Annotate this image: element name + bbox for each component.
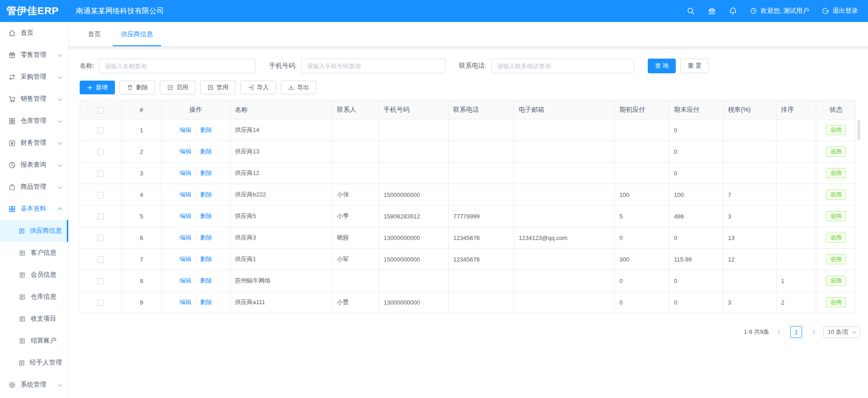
sidebar-item-label: 收支项目 bbox=[31, 315, 62, 323]
disable-button[interactable]: 禁用 bbox=[200, 81, 236, 94]
sidebar-item-member-info[interactable]: 会员信息 bbox=[0, 264, 68, 286]
sidebar-item-customer-info[interactable]: 客户信息 bbox=[0, 242, 68, 264]
cell-sort bbox=[776, 227, 816, 249]
search-icon[interactable] bbox=[687, 7, 695, 15]
delete-link[interactable]: 删除 bbox=[200, 126, 212, 133]
select-all-checkbox[interactable] bbox=[98, 107, 104, 114]
import-button[interactable]: 导入 bbox=[240, 81, 276, 94]
sidebar-item-label: 客户信息 bbox=[31, 249, 62, 257]
query-button[interactable]: 查 询 bbox=[648, 59, 676, 73]
clock-icon bbox=[750, 7, 757, 15]
action-divider bbox=[195, 278, 196, 284]
row-checkbox[interactable] bbox=[98, 235, 104, 241]
col-opening-payable: 期初应付 bbox=[615, 100, 669, 120]
name-input[interactable] bbox=[99, 59, 255, 73]
sidebar-item-finance[interactable]: 财务管理 bbox=[0, 132, 68, 154]
row-checkbox[interactable] bbox=[98, 256, 104, 263]
edit-link[interactable]: 编辑 bbox=[179, 277, 191, 284]
delete-link[interactable]: 删除 bbox=[200, 234, 212, 241]
row-checkbox[interactable] bbox=[98, 278, 104, 284]
reset-button[interactable]: 重 置 bbox=[680, 59, 709, 73]
delete-link[interactable]: 删除 bbox=[200, 191, 212, 198]
edit-link[interactable]: 编辑 bbox=[179, 148, 191, 155]
col-closing-payable: 期末应付 bbox=[669, 100, 723, 120]
action-divider bbox=[195, 192, 196, 198]
sidebar-item-warehouse[interactable]: 仓库管理 bbox=[0, 110, 68, 132]
col-index: # bbox=[122, 100, 162, 120]
chevron-down-icon bbox=[58, 184, 63, 189]
sidebar-item-handler-management[interactable]: 经手人管理 bbox=[0, 352, 68, 374]
edit-link[interactable]: 编辑 bbox=[179, 213, 191, 219]
current-page-button[interactable]: 1 bbox=[790, 326, 802, 338]
enable-button[interactable]: 启用 bbox=[160, 81, 195, 94]
cell-tel bbox=[449, 270, 514, 292]
prev-page-button[interactable] bbox=[776, 326, 784, 338]
row-checkbox[interactable] bbox=[98, 127, 104, 134]
cell-phone: 15000000000 bbox=[379, 184, 449, 206]
cell-phone bbox=[379, 120, 449, 141]
row-checkbox[interactable] bbox=[98, 149, 104, 155]
cell-index: 3 bbox=[122, 163, 162, 184]
sidebar-item-goods[interactable]: 商品管理 bbox=[0, 176, 68, 198]
tab-supplier-info[interactable]: 供应商信息 bbox=[111, 22, 163, 46]
row-checkbox[interactable] bbox=[98, 213, 104, 220]
delete-link[interactable]: 删除 bbox=[200, 277, 212, 284]
delete-link[interactable]: 删除 bbox=[200, 169, 212, 176]
action-divider bbox=[195, 235, 196, 241]
chevron-down-icon bbox=[58, 96, 63, 101]
table-row: 2 编辑删除 供应商13 0 启用 bbox=[80, 141, 856, 163]
cell-tax-rate: 7 bbox=[723, 184, 776, 206]
cell-tel bbox=[449, 120, 514, 141]
doc-icon bbox=[18, 228, 25, 234]
chevron-left-icon bbox=[777, 330, 782, 334]
sidebar-item-basic-data[interactable]: 基本资料 bbox=[0, 198, 68, 220]
row-checkbox[interactable] bbox=[98, 300, 104, 306]
edit-link[interactable]: 编辑 bbox=[179, 256, 191, 262]
row-checkbox[interactable] bbox=[98, 170, 104, 177]
next-page-button[interactable] bbox=[808, 326, 817, 338]
row-checkbox[interactable] bbox=[98, 192, 104, 198]
export-icon bbox=[288, 84, 294, 91]
table-row: 8 编辑删除 苏州蜗牛网络 0 0 1 启用 bbox=[80, 270, 856, 292]
sidebar-item-income-expense[interactable]: 收支项目 bbox=[0, 308, 68, 330]
delete-link[interactable]: 删除 bbox=[200, 299, 212, 305]
phone-input[interactable] bbox=[301, 59, 445, 73]
edit-link[interactable]: 编辑 bbox=[179, 191, 191, 198]
cell-contact: 小张 bbox=[332, 184, 379, 206]
edit-link[interactable]: 编辑 bbox=[179, 234, 191, 241]
tel-field: 联系电话: bbox=[459, 59, 634, 73]
cell-contact: 晓丽 bbox=[332, 227, 379, 249]
cell-email bbox=[514, 120, 615, 141]
page-size-select[interactable]: 10 条/页 bbox=[823, 326, 860, 338]
sidebar-item-warehouse-info[interactable]: 仓库信息 bbox=[0, 286, 68, 308]
table-scrollbar-thumb[interactable] bbox=[857, 120, 860, 140]
sidebar-item-settlement-account[interactable]: 结算账户 bbox=[0, 330, 68, 352]
delete-link[interactable]: 删除 bbox=[200, 148, 212, 155]
bank-icon[interactable] bbox=[708, 7, 716, 15]
delete-link[interactable]: 删除 bbox=[200, 256, 212, 262]
sidebar-item-system[interactable]: 系统管理 bbox=[0, 374, 68, 396]
cell-tel: 12345678 bbox=[449, 227, 514, 249]
edit-link[interactable]: 编辑 bbox=[179, 169, 191, 176]
sidebar-item-sales[interactable]: 销售管理 bbox=[0, 88, 68, 110]
table-row: 7 编辑删除 供应商1 小军 15000000000 12345678 300 … bbox=[80, 249, 856, 270]
tel-input[interactable] bbox=[491, 59, 634, 73]
logout-button[interactable]: 退出登录 bbox=[822, 7, 858, 15]
sidebar-item-retail[interactable]: 零售管理 bbox=[0, 44, 68, 66]
delete-button[interactable]: 删除 bbox=[119, 81, 155, 94]
cell-closing-payable: 0 bbox=[669, 141, 723, 163]
export-button[interactable]: 导出 bbox=[281, 81, 316, 94]
tab-home[interactable]: 首页 bbox=[78, 22, 111, 46]
col-tel: 联系电话 bbox=[449, 100, 514, 120]
bell-icon[interactable] bbox=[729, 7, 737, 15]
edit-link[interactable]: 编辑 bbox=[179, 299, 191, 305]
sidebar-item-report[interactable]: 报表查询 bbox=[0, 154, 68, 176]
edit-link[interactable]: 编辑 bbox=[179, 126, 191, 133]
import-icon bbox=[248, 84, 254, 91]
sidebar-item-home[interactable]: 首页 bbox=[0, 22, 68, 44]
sidebar-item-purchase[interactable]: 采购管理 bbox=[0, 66, 68, 88]
delete-link[interactable]: 删除 bbox=[200, 213, 212, 219]
add-button[interactable]: 新增 bbox=[80, 81, 115, 94]
sidebar-item-supplier-info[interactable]: 供应商信息 bbox=[0, 220, 68, 242]
grid-icon bbox=[8, 205, 16, 213]
